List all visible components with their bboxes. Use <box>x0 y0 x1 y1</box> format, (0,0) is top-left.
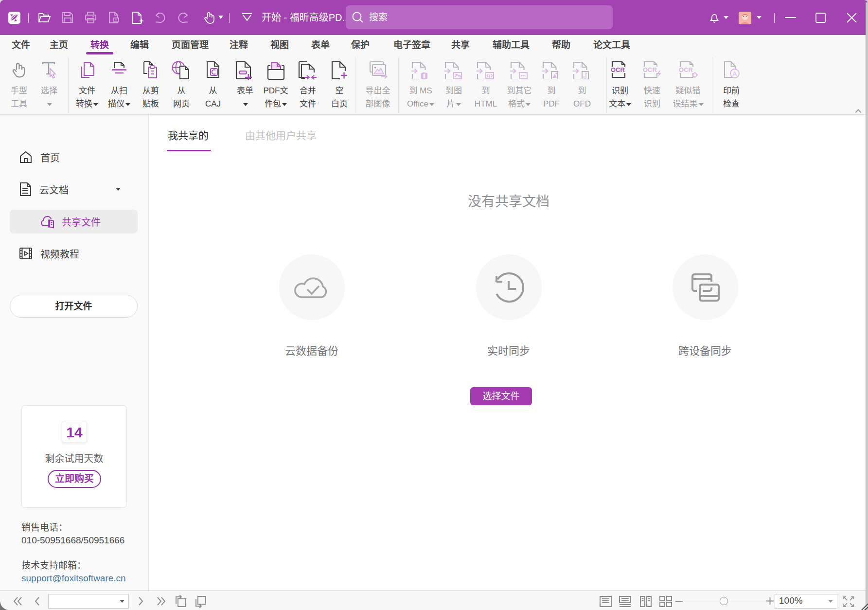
svg-text:OCR: OCR <box>679 66 693 73</box>
svg-text:OCR: OCR <box>643 66 657 73</box>
svg-text:A: A <box>733 70 737 77</box>
svg-text:OCR: OCR <box>611 66 625 73</box>
